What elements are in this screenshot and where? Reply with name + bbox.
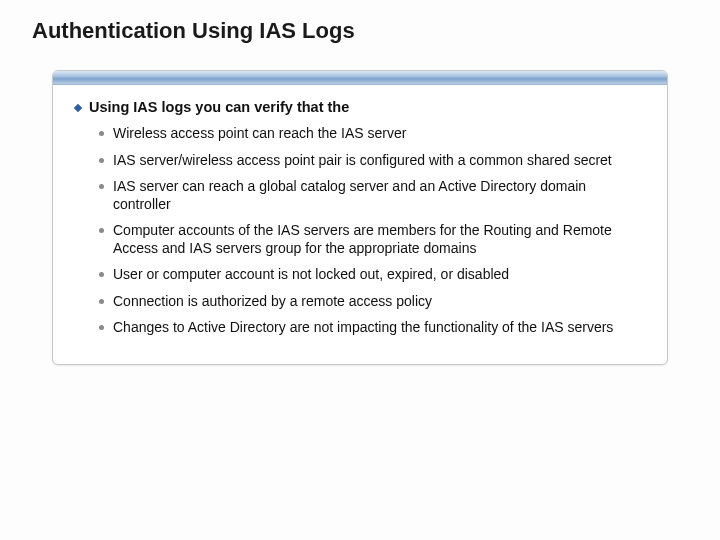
lead-text: Using IAS logs you can verify that the (89, 99, 349, 115)
list-item: Connection is authorized by a remote acc… (99, 293, 645, 311)
dot-bullet-icon (99, 158, 104, 163)
dot-bullet-icon (99, 299, 104, 304)
diamond-bullet-icon (74, 104, 82, 112)
dot-bullet-icon (99, 325, 104, 330)
dot-bullet-icon (99, 272, 104, 277)
lead-line: Using IAS logs you can verify that the (75, 99, 645, 115)
page-title: Authentication Using IAS Logs (32, 18, 696, 44)
list-item-text: Computer accounts of the IAS servers are… (113, 222, 612, 256)
list-item: Computer accounts of the IAS servers are… (99, 222, 645, 257)
dot-bullet-icon (99, 131, 104, 136)
list-item-text: Connection is authorized by a remote acc… (113, 293, 432, 309)
list-item-text: Changes to Active Directory are not impa… (113, 319, 613, 335)
list-item: IAS server can reach a global catalog se… (99, 178, 645, 213)
panel-header-bar (53, 71, 667, 85)
dot-bullet-icon (99, 184, 104, 189)
list-item: User or computer account is not locked o… (99, 266, 645, 284)
list-item-text: IAS server can reach a global catalog se… (113, 178, 586, 212)
bullet-list: Wireless access point can reach the IAS … (75, 125, 645, 337)
panel-body: Using IAS logs you can verify that the W… (53, 85, 667, 364)
list-item-text: IAS server/wireless access point pair is… (113, 152, 612, 168)
list-item-text: Wireless access point can reach the IAS … (113, 125, 406, 141)
list-item: Wireless access point can reach the IAS … (99, 125, 645, 143)
list-item: Changes to Active Directory are not impa… (99, 319, 645, 337)
list-item-text: User or computer account is not locked o… (113, 266, 509, 282)
list-item: IAS server/wireless access point pair is… (99, 152, 645, 170)
slide: Authentication Using IAS Logs Using IAS … (0, 0, 720, 540)
content-panel: Using IAS logs you can verify that the W… (52, 70, 668, 365)
dot-bullet-icon (99, 228, 104, 233)
